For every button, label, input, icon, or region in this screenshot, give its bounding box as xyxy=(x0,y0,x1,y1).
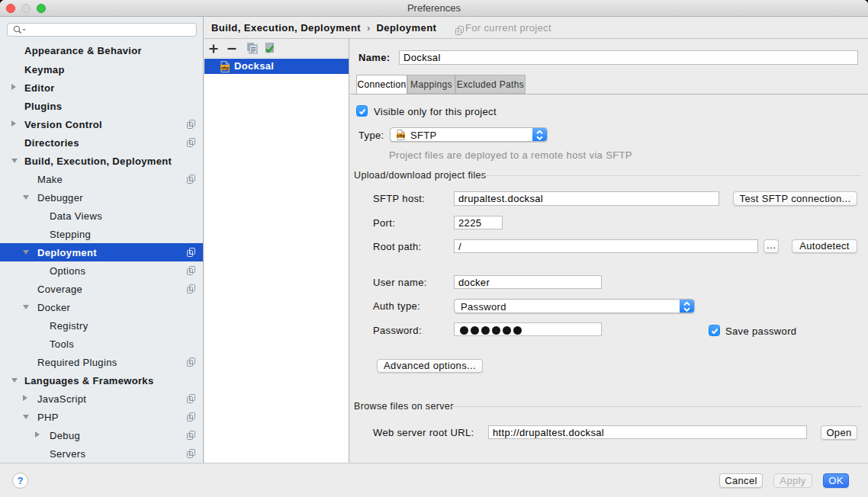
svg-text:sftp: sftp xyxy=(397,133,405,138)
svg-text:sftp: sftp xyxy=(221,65,230,69)
